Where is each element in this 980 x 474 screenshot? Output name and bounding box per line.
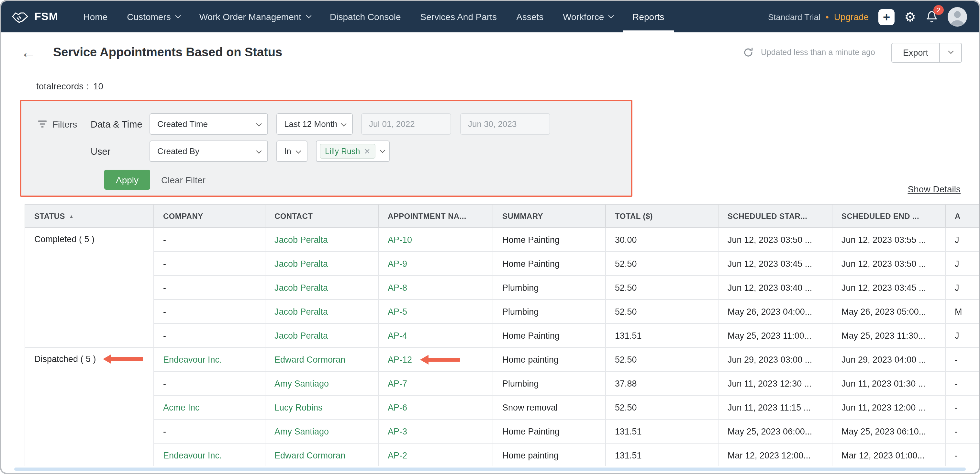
contact-link[interactable]: Edward Cormoran <box>274 354 345 364</box>
cell-total: 131.51 <box>606 419 718 443</box>
user-picker-field[interactable]: Lilly Rush ✕ <box>316 140 390 162</box>
column-header-scheduled-end[interactable]: SCHEDULED END ... <box>832 204 945 228</box>
plan-separator-dot: • <box>826 12 829 22</box>
column-header-scheduled-star[interactable]: SCHEDULED STAR... <box>718 204 832 228</box>
appointment-link[interactable]: AP-5 <box>388 306 407 316</box>
cell-summary: Plumbing <box>493 300 606 324</box>
status-group-inner: Dispatched ( 5 ) <box>34 354 144 364</box>
refresh-icon[interactable] <box>743 47 754 57</box>
contact-link[interactable]: Jacob Peralta <box>274 282 328 292</box>
avatar[interactable] <box>948 7 967 27</box>
column-header-total[interactable]: TOTAL ($) <box>606 204 718 228</box>
page-title: Service Appointments Based on Status <box>53 45 282 59</box>
nav-item-dispatch-console[interactable]: Dispatch Console <box>320 1 410 32</box>
date-range-select[interactable]: Last 12 Months <box>277 113 353 135</box>
nav-item-assets[interactable]: Assets <box>506 1 553 32</box>
nav-item-services-and-parts[interactable]: Services And Parts <box>411 1 507 32</box>
contact-link[interactable]: Jacob Peralta <box>274 306 328 316</box>
contact-link[interactable]: Edward Cormoran <box>274 450 345 460</box>
user-chip: Lilly Rush ✕ <box>320 144 376 159</box>
show-details-link[interactable]: Show Details <box>908 184 961 194</box>
contact-link[interactable]: Jacob Peralta <box>274 235 328 244</box>
table-row: -Jacob PeraltaAP-4Home Painting131.51May… <box>25 324 979 347</box>
company-link[interactable]: Endeavour Inc. <box>163 354 222 364</box>
appointment-link[interactable]: AP-4 <box>388 330 407 340</box>
cell-last-clipped: J <box>945 252 979 276</box>
updated-timestamp: Updated less than a minute ago <box>761 48 875 57</box>
cell-appointment: AP-6 <box>378 395 493 419</box>
brand[interactable]: FSM <box>12 1 58 32</box>
notification-badge: 2 <box>933 5 944 15</box>
export-button[interactable]: Export <box>891 42 940 62</box>
filter-icon <box>38 120 47 128</box>
column-header-contact[interactable]: CONTACT <box>265 204 378 228</box>
contact-link[interactable]: Amy Santiago <box>274 426 329 436</box>
column-header-summary[interactable]: SUMMARY <box>493 204 606 228</box>
company-link[interactable]: Acme Inc <box>163 402 200 412</box>
date-filter-label: Data & Time <box>91 119 150 129</box>
nav-item-home[interactable]: Home <box>74 1 118 32</box>
column-header-label: TOTAL ($) <box>615 211 653 220</box>
column-header-appointment-na[interactable]: APPOINTMENT NA... <box>378 204 493 228</box>
appointment-link[interactable]: AP-8 <box>388 282 407 292</box>
notifications-bell-icon[interactable]: 2 <box>926 10 938 23</box>
appointment-inner: AP-4 <box>388 330 484 340</box>
upgrade-link[interactable]: Upgrade <box>834 12 869 22</box>
date-from-input[interactable]: Jul 01, 2022 <box>361 113 451 135</box>
cell-company: Endeavour Inc. <box>154 443 265 466</box>
cell-appointment: AP-12 <box>378 347 493 371</box>
nav-item-workforce[interactable]: Workforce <box>553 1 623 32</box>
appointment-link[interactable]: AP-6 <box>388 402 407 412</box>
status-group-cell: Completed ( 5 ) <box>25 228 154 347</box>
settings-gear-icon[interactable]: ⚙ <box>904 10 916 23</box>
column-header-label: CONTACT <box>274 211 313 220</box>
column-header-a[interactable]: A <box>945 204 979 228</box>
appointment-link[interactable]: AP-12 <box>388 354 412 364</box>
appointment-link[interactable]: AP-9 <box>388 259 407 268</box>
cell-total: 37.88 <box>606 371 718 395</box>
appointment-link[interactable]: AP-2 <box>388 450 407 460</box>
user-picker-caret[interactable] <box>376 141 389 161</box>
operator-select[interactable]: In <box>277 140 307 162</box>
horizontal-scrollbar[interactable] <box>14 468 966 471</box>
contact-link[interactable]: Amy Santiago <box>274 378 329 388</box>
date-to-input[interactable]: Jun 30, 2023 <box>460 113 550 135</box>
column-header-status[interactable]: STATUS▲ <box>25 204 154 228</box>
cell-contact: Jacob Peralta <box>265 324 378 347</box>
fsm-logo-icon <box>12 10 29 23</box>
appointment-inner: AP-9 <box>388 259 484 268</box>
appointment-link[interactable]: AP-7 <box>388 378 407 388</box>
export-dropdown-caret[interactable] <box>940 42 962 62</box>
back-arrow-icon[interactable]: ← <box>21 45 36 60</box>
cell-last-clipped: - <box>945 347 979 371</box>
add-button[interactable]: + <box>878 9 894 25</box>
nav-item-work-order-management[interactable]: Work Order Management <box>190 1 320 32</box>
company-link[interactable]: Endeavour Inc. <box>163 450 222 460</box>
remove-chip-icon[interactable]: ✕ <box>364 147 370 155</box>
clear-filter-link[interactable]: Clear Filter <box>161 174 205 185</box>
appointment-inner: AP-8 <box>388 282 484 292</box>
appointment-link[interactable]: AP-10 <box>388 235 412 244</box>
date-field-select[interactable]: Created Time <box>150 113 268 135</box>
apply-button[interactable]: Apply <box>104 170 150 190</box>
cell-appointment: AP-4 <box>378 324 493 347</box>
cell-scheduled-end: May 25, 2023 06:10... <box>832 419 945 443</box>
status-group-label: Completed ( 5 ) <box>34 235 94 244</box>
total-records-value: 10 <box>93 81 103 91</box>
column-header-label: APPOINTMENT NA... <box>388 211 466 220</box>
nav-item-label: Home <box>83 12 108 22</box>
contact-link[interactable]: Jacob Peralta <box>274 259 328 268</box>
report-table: STATUS▲COMPANYCONTACTAPPOINTMENT NA...SU… <box>25 204 979 466</box>
cell-summary: Plumbing <box>493 371 606 395</box>
column-header-company[interactable]: COMPANY <box>154 204 265 228</box>
cell-scheduled-end: Jun 12, 2023 03:50 ... <box>832 252 945 276</box>
appointment-link[interactable]: AP-3 <box>388 426 407 436</box>
cell-company: - <box>154 324 265 347</box>
contact-link[interactable]: Lucy Robins <box>274 402 323 412</box>
appointment-inner: AP-7 <box>388 378 484 388</box>
nav-item-reports[interactable]: Reports <box>623 1 674 32</box>
nav-item-customers[interactable]: Customers <box>117 1 189 32</box>
user-field-select[interactable]: Created By <box>150 140 268 162</box>
contact-link[interactable]: Jacob Peralta <box>274 330 328 340</box>
user-chip-label: Lilly Rush <box>325 147 360 156</box>
